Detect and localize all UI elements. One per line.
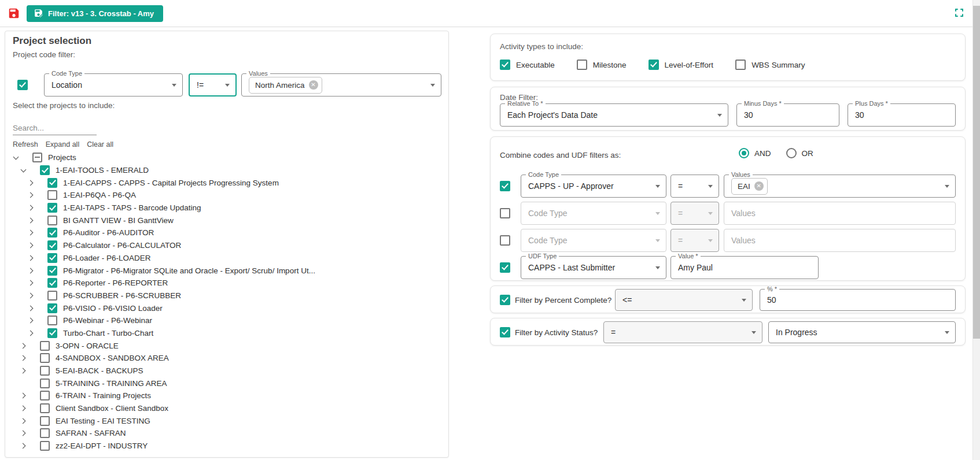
tree-item-label[interactable]: 3-OPN - ORACLE [56, 342, 119, 350]
tree-checkbox[interactable] [47, 190, 57, 200]
udf-type-select[interactable]: UDF Type CAPPS - Last Submitter [521, 256, 666, 279]
save-icon[interactable] [8, 7, 20, 20]
chevron-right-icon[interactable] [28, 267, 35, 274]
tree-item-label[interactable]: P6-Webinar - P6-Webinar [63, 316, 152, 325]
code-type-select[interactable]: Code Type Location [44, 73, 183, 97]
milestone-checkbox[interactable] [577, 60, 587, 70]
chevron-right-icon[interactable] [20, 355, 27, 362]
tree-item-label[interactable]: EAI Testing - EAI TESTING [56, 417, 150, 425]
row2-values-input[interactable] [731, 209, 948, 218]
tree-item-label[interactable]: 1-EAI-P6QA - P6-QA [63, 191, 136, 199]
tree-item-label[interactable]: 5-TRAINING - TRAINING AREA [56, 379, 167, 388]
chevron-right-icon[interactable] [28, 254, 35, 261]
row2-code-type-select[interactable] [521, 202, 666, 225]
udf-value-input[interactable] [678, 263, 811, 272]
vertical-scrollbar-thumb[interactable] [973, 6, 980, 339]
tree-item-label[interactable]: P6-VISIO - P6-VISIO Loader [63, 304, 163, 313]
filter-chip-button[interactable]: Filter: v13 - 3. Crosstab - Amy [27, 5, 163, 22]
chevron-right-icon[interactable] [28, 205, 35, 212]
chevron-right-icon[interactable] [28, 292, 35, 299]
chevron-right-icon[interactable] [20, 443, 27, 450]
chevron-down-icon[interactable] [13, 154, 20, 161]
chevron-right-icon[interactable] [20, 392, 27, 399]
level-of-effort-checkbox[interactable] [649, 60, 659, 70]
refresh-button[interactable]: Refresh [13, 140, 38, 149]
chevron-right-icon[interactable] [28, 280, 35, 287]
tree-checkbox[interactable] [47, 178, 57, 188]
tree-item-label[interactable]: Client Sandbox - Client Sandbox [56, 404, 168, 413]
relative-to-select[interactable]: Relative To * Each Project's Data Date [500, 103, 728, 127]
clear-all-button[interactable]: Clear all [87, 140, 113, 149]
remove-chip-icon[interactable]: ✕ [754, 181, 764, 191]
tree-item-label[interactable]: P6-Auditor - P6-AUDITOR [63, 228, 154, 237]
tree-checkbox[interactable] [32, 153, 42, 162]
chevron-down-icon[interactable] [20, 167, 27, 174]
chevron-right-icon[interactable] [28, 192, 35, 199]
tree-checkbox[interactable] [40, 165, 50, 175]
plus-days-input[interactable] [855, 110, 948, 120]
udf-checkbox[interactable] [500, 262, 510, 273]
tree-checkbox[interactable] [40, 428, 50, 438]
chevron-right-icon[interactable] [28, 179, 35, 186]
code-filter-checkbox[interactable] [17, 80, 28, 90]
row3-operator-select[interactable]: = [670, 229, 719, 252]
tree-item-label[interactable]: 6-TRAIN - Training Projects [56, 391, 151, 400]
wbs-summary-checkbox[interactable] [735, 60, 746, 70]
chevron-right-icon[interactable] [20, 417, 27, 424]
chevron-right-icon[interactable] [28, 229, 35, 236]
status-operator-select[interactable]: = [603, 321, 762, 343]
chevron-right-icon[interactable] [20, 342, 27, 349]
tree-item-label[interactable]: Turbo-Chart - Turbo-Chart [63, 329, 153, 337]
row3-code-type-input[interactable] [528, 236, 651, 245]
status-value-select[interactable]: In Progress [768, 321, 956, 343]
tree-checkbox[interactable] [47, 291, 57, 301]
tree-item-label[interactable]: P6-Calculator - P6-CALCULATOR [63, 241, 181, 250]
tree-item-label[interactable]: 4-SANDBOX - SANDBOX AREA [56, 354, 169, 362]
tree-checkbox[interactable] [40, 441, 50, 451]
expand-all-button[interactable]: Expand all [46, 140, 79, 149]
row1-values-select[interactable]: Values EAI ✕ [724, 175, 956, 198]
chevron-right-icon[interactable] [28, 317, 35, 324]
row3-values-select[interactable] [724, 229, 956, 252]
row3-checkbox[interactable] [500, 235, 510, 246]
tree-item-label[interactable]: 1-EAI-TOOLS - EMERALD [56, 166, 149, 175]
chevron-right-icon[interactable] [28, 217, 35, 224]
tree-checkbox[interactable] [40, 416, 50, 426]
tree-checkbox[interactable] [40, 366, 50, 376]
tree-checkbox[interactable] [47, 240, 57, 250]
row2-checkbox[interactable] [500, 208, 510, 218]
chevron-right-icon[interactable] [20, 368, 27, 374]
tree-checkbox[interactable] [47, 203, 57, 213]
chevron-right-icon[interactable] [20, 430, 27, 437]
row1-operator-select[interactable]: = [670, 175, 719, 198]
row1-checkbox[interactable] [500, 181, 510, 191]
row1-code-type-select[interactable]: Code Type CAPPS - UP - Approver [521, 175, 666, 198]
tree-item-label[interactable]: SAFRAN - SAFRAN [56, 429, 126, 437]
tree-checkbox[interactable] [47, 316, 57, 325]
tree-checkbox[interactable] [40, 341, 50, 351]
row2-code-type-input[interactable] [528, 209, 651, 218]
tree-checkbox[interactable] [40, 403, 50, 413]
code-values-select[interactable]: Values North America ✕ [241, 73, 441, 97]
tree-item-label[interactable]: P6-Reporter - P6-REPORTER [63, 279, 168, 287]
percent-operator-select[interactable]: <= [615, 289, 753, 311]
row3-code-type-select[interactable] [521, 229, 666, 252]
chevron-right-icon[interactable] [28, 242, 35, 249]
tree-checkbox[interactable] [47, 253, 57, 263]
row2-values-select[interactable] [724, 202, 956, 225]
tree-checkbox[interactable] [47, 266, 57, 276]
chevron-right-icon[interactable] [20, 405, 27, 412]
chevron-right-icon[interactable] [28, 305, 35, 311]
tree-checkbox[interactable] [40, 379, 50, 388]
percent-value-input[interactable] [767, 295, 948, 305]
tree-item-label[interactable]: 1-EAI-TAPS - TAPS - Barcode Updating [63, 203, 201, 212]
tree-item-label[interactable]: zz2-EAI-DPT - INDUSTRY [56, 442, 148, 450]
remove-chip-icon[interactable]: ✕ [309, 80, 318, 90]
or-radio[interactable] [786, 148, 797, 158]
tree-item-label[interactable]: P6-SCRUBBER - P6-SCRUBBER [63, 291, 181, 300]
and-radio[interactable] [739, 148, 749, 158]
code-operator-select[interactable]: != [189, 73, 237, 97]
chevron-right-icon[interactable] [28, 329, 35, 336]
tree-checkbox[interactable] [40, 391, 50, 400]
fullscreen-icon[interactable] [954, 8, 964, 18]
